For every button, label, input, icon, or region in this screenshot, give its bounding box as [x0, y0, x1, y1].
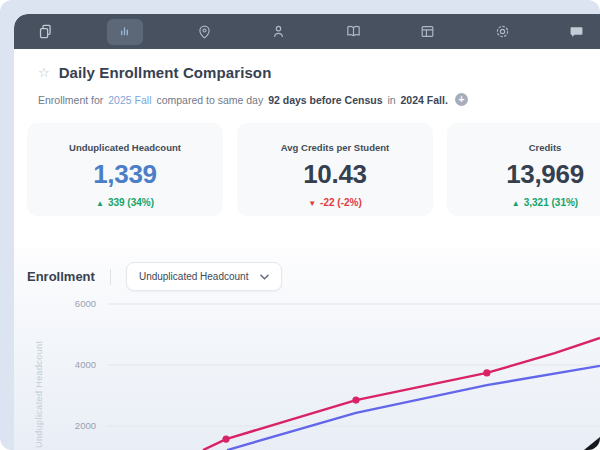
- subtitle-middle: compared to same day: [153, 94, 266, 106]
- stat-delta-text: 3,321 (31%): [524, 197, 578, 208]
- comparison-subtitle: Enrollment for 2025 Fall compared to sam…: [38, 93, 600, 106]
- metric-dropdown-value: Unduplicated Headcount: [139, 271, 249, 282]
- census-offset-text: 92 days before Census: [268, 94, 382, 106]
- subtitle-prefix: Enrollment for: [38, 94, 106, 106]
- mouse-cursor: [582, 435, 600, 450]
- catalog-tab-icon[interactable]: [340, 19, 366, 45]
- stat-label: Avg Credits per Student: [237, 142, 433, 153]
- tables-tab-icon[interactable]: [415, 19, 441, 45]
- analytics-tab-icon[interactable]: [107, 19, 143, 45]
- current-term-link[interactable]: 2025 Fall: [108, 94, 151, 106]
- page-header: ☆ Daily Enrollment Comparison: [38, 64, 600, 81]
- stat-delta-text: 339 (34%): [108, 197, 154, 208]
- stat-card-credits[interactable]: Credits 13,969 ▲3,321 (31%): [447, 123, 600, 216]
- top-navbar: [14, 14, 600, 49]
- page-title: Daily Enrollment Comparison: [59, 64, 272, 81]
- add-icon[interactable]: +: [455, 93, 468, 106]
- trend-up-icon: ▲: [512, 199, 520, 208]
- stat-cards-row: Unduplicated Headcount 1,339 ▲339 (34%) …: [27, 123, 600, 216]
- logo-icon[interactable]: [32, 19, 58, 45]
- stat-value: 10.43: [237, 159, 433, 190]
- enrollment-chart-svg[interactable]: [14, 284, 600, 450]
- app-window: ☆ Daily Enrollment Comparison Enrollment…: [14, 14, 600, 450]
- stat-label: Credits: [447, 142, 600, 153]
- previous-term-text: 2024 Fall.: [401, 94, 448, 106]
- favorite-star-icon[interactable]: ☆: [38, 66, 50, 79]
- series-line: [227, 366, 600, 450]
- stat-value: 13,969: [447, 159, 600, 190]
- stat-delta: ▲339 (34%): [27, 197, 223, 208]
- stat-delta-text: -22 (-2%): [320, 197, 362, 208]
- header-divider: [110, 269, 111, 285]
- app-screen: ☆ Daily Enrollment Comparison Enrollment…: [0, 0, 600, 450]
- section-title: Enrollment: [27, 269, 95, 284]
- subtitle-connector: in: [385, 94, 399, 106]
- series-line: [203, 338, 600, 450]
- stat-card-headcount[interactable]: Unduplicated Headcount 1,339 ▲339 (34%): [27, 123, 223, 216]
- trend-up-icon: ▲: [96, 199, 104, 208]
- data-point-marker: [483, 369, 490, 376]
- trend-down-icon: ▼: [308, 199, 316, 208]
- stat-delta: ▲3,321 (31%): [447, 197, 600, 208]
- data-point-marker: [352, 396, 359, 403]
- stat-delta: ▼-22 (-2%): [237, 197, 433, 208]
- chevron-down-icon: [260, 274, 269, 280]
- stat-value: 1,339: [27, 159, 223, 190]
- settings-tab-icon[interactable]: [489, 19, 515, 45]
- data-point-marker: [222, 436, 229, 443]
- people-tab-icon[interactable]: [266, 19, 292, 45]
- feedback-icon[interactable]: [564, 19, 590, 45]
- stat-label: Unduplicated Headcount: [27, 142, 223, 153]
- stat-card-avg-credits[interactable]: Avg Credits per Student 10.43 ▼-22 (-2%): [237, 123, 433, 216]
- location-tab-icon[interactable]: [191, 19, 217, 45]
